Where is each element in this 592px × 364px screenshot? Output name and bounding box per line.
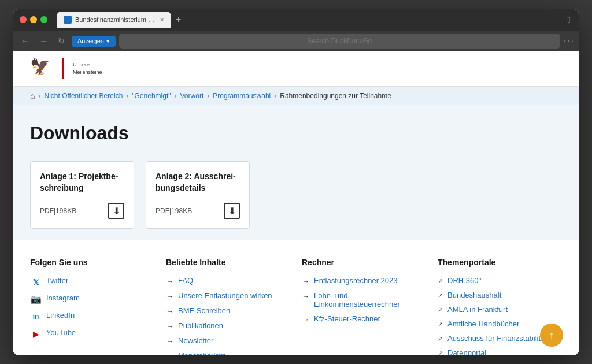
footer-linkedin[interactable]: in LinkedIn xyxy=(30,311,154,322)
breadcrumb-sep: › xyxy=(38,92,40,100)
linkedin-icon: in xyxy=(30,311,42,322)
handbucher-label: Amtliche Handbücher xyxy=(447,320,519,328)
downloads-grid: Anlage 1: Projektbe­schreibung PDF|198KB… xyxy=(30,161,562,229)
bundeshaushalt-label: Bundeshaushalt xyxy=(447,291,501,299)
youtube-label: YouTube xyxy=(46,328,76,337)
active-tab[interactable]: Bundesfinanzministerium – A... ✕ xyxy=(57,12,171,28)
footer-datenportal[interactable]: ↗ Datenportal xyxy=(438,348,562,355)
main-area: Downloads Anlage 1: Projektbe­schreibung… xyxy=(13,105,579,240)
footer: Folgen Sie uns 𝕏 Twitter 📷 Instagram in … xyxy=(13,240,579,355)
footer-popular-title: Beliebte Inhalte xyxy=(166,258,290,267)
arrow-icon: → xyxy=(166,277,173,285)
site-header: 🦅 Unsere Meilensteine xyxy=(13,51,579,87)
download-card-1: Anlage 1: Projektbe­schreibung PDF|198KB… xyxy=(30,161,134,229)
arrow-icon: → xyxy=(302,292,309,300)
entlastungen-label: Unsere Entlastungen wirken xyxy=(178,291,272,300)
download-card-title-1: Anlage 1: Projektbe­schreibung xyxy=(40,171,124,194)
anzeigen-button[interactable]: Anzeigen ▾ xyxy=(72,36,116,47)
breadcrumb-item-2[interactable]: "Genehmigt" xyxy=(132,92,171,100)
scroll-top-icon: ↑ xyxy=(549,329,554,341)
file-info-2: PDF|198KB xyxy=(156,207,192,215)
logo-divider xyxy=(62,58,64,79)
footer-bundeshaushalt[interactable]: ↗ Bundeshaushalt xyxy=(438,291,562,299)
footer-faq[interactable]: → FAQ xyxy=(166,276,290,285)
drh360-label: DRH 360° xyxy=(447,276,482,285)
newsletter-label: Newsletter xyxy=(178,336,213,345)
scroll-top-button[interactable]: ↑ xyxy=(540,324,563,347)
download-button-2[interactable]: ⬇ xyxy=(224,203,240,219)
footer-popular: Beliebte Inhalte → FAQ → Unsere Entlastu… xyxy=(166,258,290,355)
download-card-meta-1: PDF|198KB ⬇ xyxy=(40,203,124,219)
logo-text: Unsere Meilensteine xyxy=(73,61,102,76)
page-title: Downloads xyxy=(30,122,562,144)
new-tab-button[interactable]: + xyxy=(176,14,181,25)
footer-entlastungen[interactable]: → Unsere Entlastungen wirken xyxy=(166,291,290,300)
arrow-icon: → xyxy=(302,277,309,285)
footer-entlastungsrechner[interactable]: → Entlastungsrechner 2023 xyxy=(302,276,426,285)
ausschuss-label: Ausschuss für Finanzstabilität xyxy=(447,334,547,343)
entlastungsrechner-label: Entlastungsrechner 2023 xyxy=(314,276,398,285)
amla-label: AMLA in Frankfurt xyxy=(447,305,508,314)
navbar: ← → ↻ Anzeigen ▾ ··· xyxy=(13,31,579,51)
arrow-icon: → xyxy=(166,322,173,330)
breadcrumb-sep: › xyxy=(126,92,128,100)
arrow-icon: → xyxy=(302,315,309,324)
footer-social-title: Folgen Sie uns xyxy=(30,258,154,267)
footer-twitter[interactable]: 𝕏 Twitter xyxy=(30,276,154,288)
footer-rechner: Rechner → Entlastungsrechner 2023 → Lohn… xyxy=(302,258,426,355)
breadcrumb-sep: › xyxy=(207,92,209,100)
twitter-label: Twitter xyxy=(46,276,68,285)
arrow-icon: → xyxy=(166,352,173,355)
close-button[interactable] xyxy=(20,16,27,23)
breadcrumb-item-4[interactable]: Programmauswahl xyxy=(213,92,271,100)
breadcrumb-item-1[interactable]: Nicht Öffentlicher Bereich xyxy=(44,92,123,100)
external-link-icon: ↗ xyxy=(438,335,443,343)
tab-title: Bundesfinanzministerium – A... xyxy=(75,16,156,23)
forward-button[interactable]: → xyxy=(36,34,51,48)
external-link-icon: ↗ xyxy=(438,306,443,314)
home-icon[interactable]: ⌂ xyxy=(30,91,35,101)
footer-drh360[interactable]: ↗ DRH 360° xyxy=(438,276,562,285)
footer-lohnsteuer[interactable]: → Lohn- und Einkommensteuerrechner xyxy=(302,291,426,309)
arrow-icon: → xyxy=(166,292,173,300)
footer-amla[interactable]: ↗ AMLA in Frankfurt xyxy=(438,305,562,314)
footer-kfz-rechner[interactable]: → Kfz-Steuer-Rechner xyxy=(302,314,426,324)
titlebar: Bundesfinanzministerium – A... ✕ + ⇧ xyxy=(13,9,579,31)
download-button-1[interactable]: ⬇ xyxy=(108,203,124,219)
reload-button[interactable]: ↻ xyxy=(54,34,68,48)
download-card-meta-2: PDF|198KB ⬇ xyxy=(156,203,240,219)
footer-social: Folgen Sie uns 𝕏 Twitter 📷 Instagram in … xyxy=(30,258,154,355)
datenportal-label: Datenportal xyxy=(447,348,486,355)
tab-favicon xyxy=(64,16,72,24)
instagram-icon: 📷 xyxy=(30,294,42,305)
footer-instagram[interactable]: 📷 Instagram xyxy=(30,294,154,305)
browser-window: Bundesfinanzministerium – A... ✕ + ⇧ ← →… xyxy=(13,9,579,355)
minimize-button[interactable] xyxy=(30,16,37,23)
anzeigen-label: Anzeigen xyxy=(77,38,104,44)
footer-rechner-title: Rechner xyxy=(302,258,426,267)
footer-monatsbericht[interactable]: → Monatsbericht xyxy=(166,351,290,355)
close-tab-icon[interactable]: ✕ xyxy=(160,17,164,23)
publikationen-label: Publikationen xyxy=(178,321,223,330)
page-content: 🦅 Unsere Meilensteine ⌂ › Nicht Öffentli… xyxy=(13,51,579,355)
maximize-button[interactable] xyxy=(40,16,47,23)
address-bar[interactable] xyxy=(119,34,560,49)
more-options-icon[interactable]: ··· xyxy=(564,36,575,46)
footer-youtube[interactable]: ▶ YouTube xyxy=(30,328,154,340)
external-link-icon: ↗ xyxy=(438,292,443,299)
browser-share-icon: ⇧ xyxy=(565,15,572,24)
footer-publikationen[interactable]: → Publikationen xyxy=(166,321,290,330)
tab-bar: Bundesfinanzministerium – A... ✕ + xyxy=(57,12,561,28)
breadcrumb-sep: › xyxy=(274,92,276,100)
breadcrumb-sep: › xyxy=(175,92,177,100)
kfz-rechner-label: Kfz-Steuer-Rechner xyxy=(314,314,380,323)
footer-bmf-schreiben[interactable]: → BMF-Schreiben xyxy=(166,306,290,315)
back-button[interactable]: ← xyxy=(17,34,32,48)
bundesadler-logo: 🦅 xyxy=(30,57,53,80)
twitter-icon: 𝕏 xyxy=(30,276,42,288)
instagram-label: Instagram xyxy=(46,294,80,302)
breadcrumb: ⌂ › Nicht Öffentlicher Bereich › "Genehm… xyxy=(13,87,579,105)
breadcrumb-item-3[interactable]: Vorwort xyxy=(180,92,204,100)
arrow-icon: → xyxy=(166,337,173,346)
footer-newsletter[interactable]: → Newsletter xyxy=(166,336,290,346)
